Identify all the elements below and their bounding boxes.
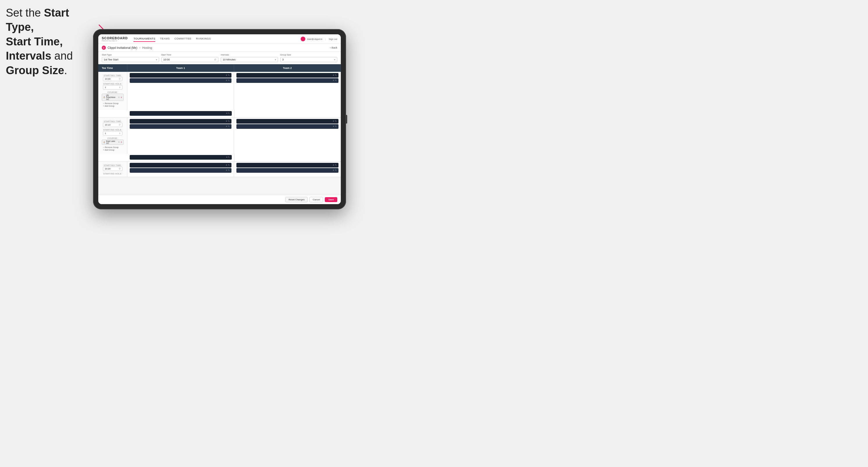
g2-starting-time-input[interactable]: 10:10 ⏱	[103, 123, 122, 127]
g2-t1-p1-remove-icon[interactable]: ✕ ✎	[226, 120, 230, 122]
tablet-screen: SCOREBOARD Powered by clipp.io TOURNAMEN…	[98, 34, 341, 204]
start-type-select[interactable]: 1st Tee Start ▾	[102, 57, 159, 62]
g1-t1-p2-remove-icon[interactable]: ✕ ✎	[226, 80, 230, 82]
g2-t1-p2-remove-icon[interactable]: ✕ ✎	[226, 125, 230, 128]
g2-course-team2-empty	[235, 154, 341, 161]
start-type-label: Start Type	[102, 54, 159, 56]
g3-t1-p2-remove-icon[interactable]: ✕ ✎	[226, 169, 230, 172]
group-row-3: STARTING TIME: 10:20 ⏱ STARTING HOLE: ✕ …	[98, 162, 341, 177]
intervals-select[interactable]: 10 Minutes ▾	[221, 57, 278, 62]
g2-teams-content: ✕ ✎ ✕ ✎ ✕ ✎ ✕ ✎	[127, 118, 341, 154]
g3-team1-cell: ✕ ✎ ✕ ✎	[127, 162, 234, 177]
start-time-clock-icon: ⏱	[214, 58, 216, 61]
cancel-button[interactable]: Cancel	[309, 197, 323, 203]
g2-t2-player2: ✕ ✎	[237, 124, 339, 129]
start-time-select[interactable]: 10:00 ⏱	[161, 57, 219, 62]
breadcrumb-logo-icon: C	[102, 45, 106, 50]
g2-course-add-icon[interactable]: +	[121, 141, 122, 144]
g2-t1-player1: ✕ ✎	[130, 119, 231, 124]
sign-out-link[interactable]: Sign out	[329, 38, 337, 40]
logo-text: SCOREBOARD	[102, 36, 128, 40]
tablet-side-button	[346, 115, 347, 124]
g1-course-label: COURSE:	[101, 90, 125, 94]
user-avatar	[301, 37, 305, 41]
start-time-group: Start Time 10:00 ⏱	[161, 54, 219, 62]
nav-logo: SCOREBOARD Powered by clipp.io	[102, 36, 128, 41]
tee-times-table: Tee Time Team 1 Team 2 STARTING TIME: 10…	[98, 64, 341, 195]
g3-t2-p1-remove-icon[interactable]: ✕ ✎	[333, 164, 337, 166]
g1-remove-group-btn[interactable]: ○ Remove Group	[103, 102, 122, 104]
breadcrumb-bar: C Clippd Invitational (Me) › Hosting ‹ B…	[98, 44, 341, 52]
nav-user: blair@clippd.io | Sign out	[301, 37, 337, 41]
group-size-group: Group Size 3 ▾	[280, 54, 338, 62]
g1-add-group-btn[interactable]: + Add Group	[103, 105, 122, 107]
g1-starting-time-input[interactable]: 10:00 ⏱	[103, 77, 122, 81]
g2-t2-p2-remove-icon[interactable]: ✕ ✎	[333, 125, 337, 128]
g2-course-tag: 🏌 East Lake GC ✕ +	[102, 139, 124, 145]
g2-group-actions: ○ Remove Group + Add Group	[101, 146, 125, 152]
nav-tab-rankings[interactable]: RANKINGS	[196, 36, 211, 42]
g3-t2-player2: ✕ ✎	[237, 168, 339, 173]
header-team1: Team 1	[127, 64, 234, 72]
g1-course-team1: ✕ ✎	[127, 110, 235, 118]
start-type-chevron-icon: ▾	[156, 58, 157, 61]
g1-t1-p1-remove-icon[interactable]: ✕ ✎	[226, 74, 230, 76]
g1-course-remove-icon[interactable]: ✕	[118, 96, 120, 99]
nav-tab-teams[interactable]: TEAMS	[160, 36, 170, 42]
nav-tab-committee[interactable]: COMMITTEE	[175, 36, 192, 42]
g1-starting-time-label: STARTING TIME:	[101, 73, 125, 77]
g1-starting-hole-label: STARTING HOLE:	[101, 82, 125, 85]
g1-remove-icon: ○	[103, 102, 104, 104]
g2-course-label: COURSE:	[101, 136, 125, 139]
g2-add-group-btn[interactable]: + Add Group	[103, 149, 122, 151]
g3-starting-time-label: STARTING TIME:	[101, 163, 125, 167]
g2-remove-group-btn[interactable]: ○ Remove Group	[103, 146, 122, 148]
instruction-text: Set the Start Type,Start Time,Intervals …	[6, 6, 93, 77]
header-team2: Team 2	[234, 64, 341, 72]
g1-t2-p2-remove-icon[interactable]: ✕ ✎	[333, 80, 337, 82]
g2-course-player-row: ✕ ✎	[130, 155, 232, 160]
g3-t1-player2: ✕ ✎	[130, 168, 231, 173]
g1-starting-hole-input[interactable]: 1 ⇕	[103, 85, 122, 90]
g2-time-clock-icon: ⏱	[119, 124, 121, 126]
g2-course-remove-icon[interactable]: ✕ ✎	[226, 156, 230, 158]
group-2-tee-info: STARTING TIME: 10:10 ⏱ STARTING HOLE: 1 …	[98, 118, 127, 154]
g2-starting-hole-label: STARTING HOLE:	[101, 128, 125, 131]
g3-t2-p2-remove-icon[interactable]: ✕ ✎	[333, 169, 337, 172]
g2-course-remove-icon[interactable]: ✕	[118, 141, 120, 143]
g3-starting-time-input[interactable]: 10:20 ⏱	[103, 167, 122, 171]
footer-bar: Reset Changes Cancel Save	[98, 195, 341, 204]
g2-t2-p1-remove-icon[interactable]: ✕ ✎	[333, 120, 337, 122]
start-type-group: Start Type 1st Tee Start ▾	[102, 54, 159, 62]
g3-t1-p1-remove-icon[interactable]: ✕ ✎	[226, 164, 230, 166]
g2-starting-hole-input[interactable]: 1 ⇕	[103, 131, 122, 135]
g3-teams-content: ✕ ✎ ✕ ✎ ✕ ✎ ✕ ✎	[127, 162, 341, 177]
instruction-panel: Set the Start Type,Start Time,Intervals …	[6, 6, 93, 77]
g2-remove-icon: ○	[103, 146, 104, 148]
g2-starting-time-label: STARTING TIME:	[101, 120, 125, 123]
controls-row: Start Type 1st Tee Start ▾ Start Time 10…	[98, 52, 341, 64]
g1-course-tag: 🏌 (A) Peachtree GC ✕ +	[102, 94, 124, 101]
back-button[interactable]: ‹ Back	[330, 46, 337, 49]
group-row-1: STARTING TIME: 10:00 ⏱ STARTING HOLE: 1 …	[98, 72, 341, 118]
g1-t2-p1-remove-icon[interactable]: ✕ ✎	[333, 74, 337, 76]
header-tee-time: Tee Time	[98, 64, 127, 72]
group-size-select[interactable]: 3 ▾	[280, 57, 338, 62]
reset-changes-button[interactable]: Reset Changes	[285, 197, 308, 203]
g1-t2-player1: ✕ ✎	[237, 73, 339, 77]
save-button[interactable]: Save	[325, 197, 337, 202]
g1-course-add-icon[interactable]: +	[121, 96, 122, 99]
nav-tabs: TOURNAMENTS TEAMS COMMITTEE RANKINGS	[133, 36, 301, 42]
g1-group-actions: ○ Remove Group + Add Group	[101, 102, 125, 108]
g1-course-remove-icon[interactable]: ✕ ✎	[226, 112, 230, 115]
intervals-chevron-icon: ▾	[275, 58, 276, 61]
g1-course-full-row: ✕ ✎	[127, 110, 341, 118]
g1-course-player-row: ✕ ✎	[130, 111, 232, 116]
nav-bar: SCOREBOARD Powered by clipp.io TOURNAMEN…	[98, 34, 341, 44]
g2-t2-player1: ✕ ✎	[237, 119, 339, 124]
group-size-label: Group Size	[280, 54, 338, 56]
g1-teams-content: ✕ ✎ ✕ ✎ ✕ ✎ ✕ ✎	[127, 72, 341, 110]
g2-t1-player2: ✕ ✎	[130, 124, 231, 129]
nav-tab-tournaments[interactable]: TOURNAMENTS	[133, 36, 155, 42]
g2-course-icon: 🏌	[103, 141, 105, 143]
